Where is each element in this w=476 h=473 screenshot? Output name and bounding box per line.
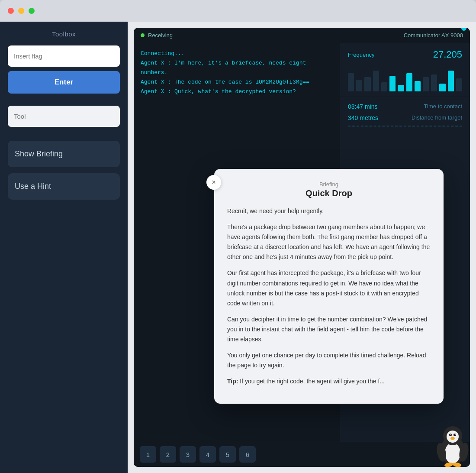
number-pad: 123456	[134, 442, 470, 467]
eq-bar	[415, 81, 421, 91]
eq-bar	[448, 71, 454, 91]
time-value: 03:47 mins	[348, 103, 377, 110]
frequency-value: 27.205	[433, 49, 462, 60]
enter-button[interactable]: Enter	[8, 71, 120, 94]
traffic-light-red[interactable]	[8, 8, 14, 14]
main-content: Receiving Communicator AX 9000 Connectin…	[128, 22, 476, 473]
eq-bar	[348, 73, 354, 91]
modal-close-button[interactable]: ×	[206, 175, 221, 190]
frequency-label: Frequency	[348, 52, 374, 58]
briefing-title: Quick Drop	[227, 188, 431, 198]
window-chrome	[0, 0, 476, 22]
comm-title: Communicator AX 9000	[404, 32, 463, 39]
eq-bar	[373, 71, 379, 91]
tool-input[interactable]	[8, 106, 120, 127]
terminal-line: Agent X : I'm here, it's a briefcase, ne…	[141, 58, 333, 78]
receiving-indicator: Receiving	[141, 32, 173, 39]
use-hint-button[interactable]: Use a Hint	[8, 173, 120, 200]
number-pad-button[interactable]: 2	[160, 446, 176, 463]
app-body: Toolbox Enter Show Briefing Use a Hint R…	[0, 22, 476, 473]
briefing-paragraph: Our first agent has intercepted the pack…	[227, 268, 431, 308]
number-pad-button[interactable]: 1	[140, 446, 156, 463]
distance-row: 340 metres Distance from target	[348, 114, 462, 121]
time-label: Time to contact	[424, 103, 462, 110]
eq-bar	[381, 82, 387, 91]
toolbox-title: Toolbox	[8, 30, 120, 38]
number-pad-button[interactable]: 5	[219, 446, 236, 463]
briefing-subtitle: Briefing	[227, 181, 431, 188]
eq-bar	[389, 76, 396, 91]
briefing-paragraph: Tip: If you get the right code, the agen…	[227, 376, 431, 386]
frequency-box: Frequency 27.205	[340, 43, 470, 96]
briefing-modal: × Briefing Quick Drop Recruit, we need y…	[214, 169, 444, 404]
eq-bar	[364, 77, 370, 91]
terminal-line: Agent X : Quick, what's the decrypted ve…	[141, 87, 333, 97]
flag-input[interactable]	[8, 45, 120, 67]
terminal-line: Agent X : The code on the case is lOM2Mz…	[141, 78, 333, 87]
briefing-paragraph: Can you decipher it in time to get the n…	[227, 314, 431, 344]
briefing-body: Recruit, we need your help urgently.Ther…	[227, 206, 431, 392]
terminal-line: Connecting...	[141, 49, 333, 58]
distance-value: 340 metres	[348, 114, 378, 121]
eq-bar	[431, 75, 437, 91]
receiving-label: Receiving	[148, 32, 173, 39]
sidebar: Toolbox Enter Show Briefing Use a Hint	[0, 22, 128, 473]
distance-label: Distance from target	[412, 114, 462, 121]
briefing-paragraph: You only get one chance per day to compl…	[227, 350, 431, 370]
traffic-light-yellow[interactable]	[18, 8, 24, 14]
eq-bar	[406, 73, 412, 91]
eq-bar	[423, 77, 429, 91]
number-pad-button[interactable]: 3	[180, 446, 196, 463]
traffic-light-green[interactable]	[29, 8, 35, 14]
number-pad-button[interactable]: 4	[199, 446, 216, 463]
equalizer	[348, 65, 462, 91]
stats-box: 03:47 mins Time to contact 340 metres Di…	[340, 96, 470, 133]
eq-bar	[456, 78, 462, 91]
briefing-paragraph: There's a package drop between two gang …	[227, 222, 431, 262]
progress-bar	[348, 126, 462, 126]
eq-bar	[398, 85, 404, 91]
eq-bar	[356, 80, 362, 91]
number-pad-button[interactable]: 6	[239, 446, 256, 463]
eq-bar	[439, 84, 445, 91]
time-to-contact-row: 03:47 mins Time to contact	[348, 103, 462, 110]
briefing-paragraph: Recruit, we need your help urgently.	[227, 206, 431, 216]
show-briefing-button[interactable]: Show Briefing	[8, 141, 120, 167]
comm-header: Receiving Communicator AX 9000	[134, 28, 470, 43]
receiving-dot	[141, 33, 145, 37]
